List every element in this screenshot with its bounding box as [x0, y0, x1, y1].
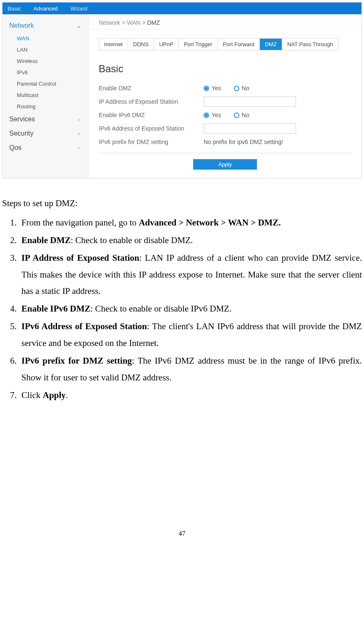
tab-ddns[interactable]: DDNS [128, 39, 154, 50]
input-ipv6-exposed[interactable] [204, 123, 296, 134]
breadcrumb: Network > WAN > DMZ [89, 14, 361, 30]
router-admin-screenshot: Basic Advanced Wizard Network ⌄ WAN LAN … [2, 2, 362, 178]
content-tabs: Internet DDNS UPnP Port Trigger Port For… [99, 38, 338, 50]
chevron-right-icon: › [76, 145, 81, 150]
sidebar-section-services[interactable]: Services › [3, 112, 88, 126]
breadcrumb-part: WAN [127, 19, 140, 26]
chevron-right-icon: › [76, 117, 81, 122]
tab-upnp[interactable]: UPnP [154, 39, 179, 50]
sidebar: Network ⌄ WAN LAN Wireless IPv6 Parental… [3, 14, 89, 178]
step-4: Enable IPv6 DMZ: Check to enable or disa… [19, 301, 362, 317]
label-ipv6-prefix: IPv6 prefix for DMZ setting [99, 139, 204, 145]
step-1: From the navigation panel, go to Advance… [19, 215, 362, 231]
chevron-down-icon: ⌄ [76, 23, 81, 28]
sidebar-section-label: Network [9, 22, 34, 29]
tab-port-forward[interactable]: Port Forward [218, 39, 260, 50]
radio-enable-ipv6-dmz-no[interactable]: No [234, 112, 249, 118]
section-title: Basic [99, 63, 351, 75]
page-number: 47 [0, 530, 364, 546]
sidebar-section-label: Services [9, 115, 35, 123]
radio-enable-dmz-no[interactable]: No [234, 85, 249, 92]
tab-nat-pass-through[interactable]: NAT Pass Through [282, 39, 338, 50]
radio-enable-dmz: Yes No [204, 85, 249, 92]
input-ip-exposed[interactable] [204, 97, 296, 107]
chevron-right-icon: › [76, 131, 81, 136]
tab-port-trigger[interactable]: Port Trigger [179, 39, 218, 50]
main-panel: Network > WAN > DMZ Internet DDNS UPnP P… [89, 14, 361, 178]
sidebar-item-routing[interactable]: Routing [3, 101, 88, 112]
sidebar-section-security[interactable]: Security › [3, 126, 88, 141]
step-6: IPv6 prefix for DMZ setting: The IPv6 DM… [19, 353, 362, 386]
step-7: Click Apply. [19, 387, 362, 404]
sidebar-item-parental-control[interactable]: Parental Control [3, 78, 88, 89]
sidebar-item-lan[interactable]: LAN [3, 44, 88, 55]
instructions-intro: Steps to set up DMZ: [2, 195, 362, 212]
ipv6-prefix-message: No prefix for ipv6 DMZ setting! [204, 139, 283, 145]
sidebar-item-wan[interactable]: WAN [3, 33, 88, 44]
radio-enable-ipv6-dmz-yes[interactable]: Yes [204, 112, 221, 118]
step-3: IP Address of Exposed Station: LAN IP ad… [19, 250, 362, 300]
top-tabs: Basic Advanced Wizard [3, 3, 361, 14]
sidebar-section-label: Security [9, 130, 34, 137]
label-ipv6-exposed: IPv6 Address of Exposed Station [99, 125, 204, 132]
top-tab-basic[interactable]: Basic [8, 5, 21, 12]
label-enable-ipv6-dmz: Enable IPv6 DMZ [99, 112, 204, 118]
breadcrumb-current: DMZ [147, 19, 160, 26]
apply-button[interactable]: Apply [193, 159, 257, 170]
step-2: Enable DMZ: Check to enable or disable D… [19, 232, 362, 249]
divider [99, 153, 351, 153]
sidebar-section-network[interactable]: Network ⌄ [3, 18, 88, 33]
top-tab-wizard[interactable]: Wizard [71, 5, 87, 12]
radio-enable-ipv6-dmz: Yes No [204, 112, 249, 118]
step-5: IPv6 Address of Exposed Station: The cli… [19, 318, 362, 352]
sidebar-section-qos[interactable]: Qos › [3, 141, 88, 155]
instructions-text: Steps to set up DMZ: From the navigation… [0, 178, 364, 404]
label-ip-exposed: IP Address of Exposed Station [99, 98, 204, 105]
breadcrumb-part: Network [99, 19, 120, 26]
sidebar-section-label: Qos [9, 144, 21, 152]
sidebar-item-wireless[interactable]: Wireless [3, 55, 88, 67]
tab-internet[interactable]: Internet [99, 39, 128, 50]
sidebar-item-multicast[interactable]: Multicast [3, 89, 88, 101]
top-tab-advanced[interactable]: Advanced [34, 5, 58, 12]
tab-dmz[interactable]: DMZ [260, 39, 282, 50]
radio-enable-dmz-yes[interactable]: Yes [204, 85, 221, 92]
label-enable-dmz: Enable DMZ [99, 85, 204, 92]
sidebar-item-ipv6[interactable]: IPv6 [3, 67, 88, 78]
